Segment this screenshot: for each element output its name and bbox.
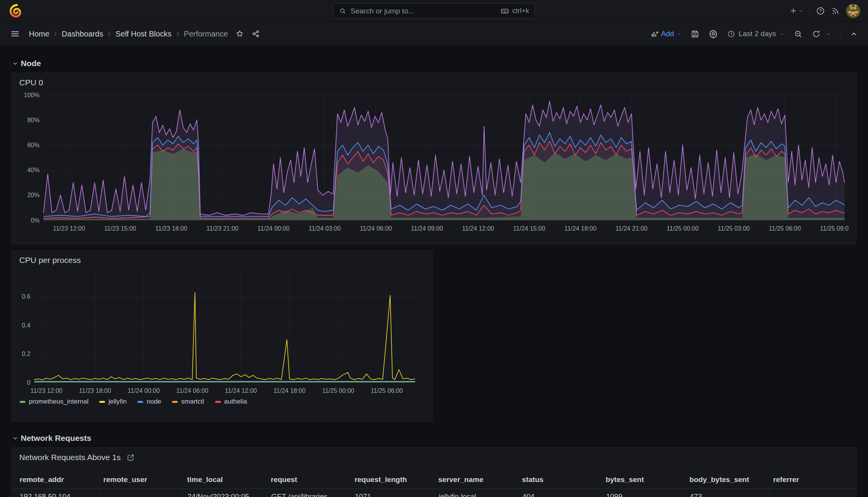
svg-text:11/23 15:00: 11/23 15:00 bbox=[104, 225, 136, 232]
svg-text:40%: 40% bbox=[27, 167, 40, 173]
add-panel-icon bbox=[651, 30, 659, 38]
svg-text:11/24 00:00: 11/24 00:00 bbox=[257, 225, 289, 232]
table-cell: jellyfin.local bbox=[434, 489, 518, 497]
table-cell: 24/Nov/2023:00:05 bbox=[183, 489, 267, 497]
svg-text:80%: 80% bbox=[27, 117, 40, 123]
column-header[interactable]: remote_addr bbox=[15, 472, 99, 489]
chevron-down-icon bbox=[798, 8, 803, 13]
legend-item[interactable]: smartctl bbox=[172, 398, 204, 406]
panel-network-requests-table: Network Requests Above 1s remote_addr re… bbox=[12, 447, 856, 497]
grafana-logo[interactable] bbox=[8, 3, 23, 18]
table-cell: 404 bbox=[518, 489, 602, 497]
dashboard-settings-gear-icon[interactable] bbox=[709, 29, 718, 38]
user-avatar[interactable] bbox=[846, 4, 860, 18]
svg-text:11/23 18:00: 11/23 18:00 bbox=[79, 387, 111, 394]
table-cell: 192.168.50.104 bbox=[15, 489, 99, 497]
table-cell: 1099 bbox=[601, 489, 685, 497]
refresh-icon[interactable] bbox=[812, 30, 821, 38]
section-network-requests[interactable]: Network Requests bbox=[12, 434, 856, 443]
panel-cpu-per-process: CPU per process 11/23 12:0011/23 18:0011… bbox=[12, 250, 432, 422]
chevron-down-icon bbox=[12, 435, 18, 441]
external-link-icon[interactable] bbox=[127, 454, 135, 462]
cpu0-chart[interactable]: 11/23 12:0011/23 15:0011/23 18:0011/23 2… bbox=[15, 90, 855, 235]
svg-text:11/25 00:00: 11/25 00:00 bbox=[667, 225, 699, 232]
star-icon[interactable] bbox=[235, 30, 244, 38]
column-header[interactable]: bytes_sent bbox=[601, 472, 685, 489]
column-header[interactable]: referrer bbox=[769, 472, 853, 489]
svg-text:11/25 09:00: 11/25 09:00 bbox=[820, 225, 848, 232]
svg-text:11/24 18:00: 11/24 18:00 bbox=[274, 387, 305, 394]
column-header[interactable]: request bbox=[267, 472, 351, 489]
divider bbox=[810, 6, 810, 16]
svg-text:11/23 12:00: 11/23 12:00 bbox=[53, 225, 85, 232]
cpu-per-process-chart[interactable]: 11/23 12:0011/23 18:0011/24 00:0011/24 0… bbox=[15, 267, 431, 396]
chevron-right-icon bbox=[175, 31, 180, 37]
help-icon[interactable]: ? bbox=[816, 7, 825, 15]
table-cell: 473 bbox=[685, 489, 769, 497]
svg-text:0.4: 0.4 bbox=[22, 322, 30, 329]
section-node[interactable]: Node bbox=[12, 59, 856, 68]
breadcrumb-self-host-blocks[interactable]: Self Host Blocks bbox=[115, 30, 172, 38]
share-icon[interactable] bbox=[252, 30, 260, 38]
search-icon bbox=[339, 7, 346, 15]
legend-item[interactable]: node bbox=[137, 398, 161, 406]
keyboard-icon bbox=[501, 7, 509, 15]
svg-text:11/24 12:00: 11/24 12:00 bbox=[462, 225, 494, 232]
column-header[interactable]: server_name bbox=[434, 472, 518, 489]
breadcrumb-dashboards[interactable]: Dashboards bbox=[62, 30, 103, 38]
svg-text:11/24 15:00: 11/24 15:00 bbox=[513, 225, 545, 232]
svg-text:11/24 09:00: 11/24 09:00 bbox=[411, 225, 443, 232]
chevron-right-icon bbox=[107, 31, 112, 37]
panel-title[interactable]: Network Requests Above 1s bbox=[19, 453, 121, 462]
svg-text:11/24 06:00: 11/24 06:00 bbox=[360, 225, 392, 232]
column-header[interactable]: status bbox=[518, 472, 602, 489]
panel-title[interactable]: CPU 0 bbox=[12, 73, 856, 87]
chevron-down-icon bbox=[780, 32, 785, 37]
svg-text:11/24 18:00: 11/24 18:00 bbox=[564, 225, 596, 232]
svg-text:0: 0 bbox=[27, 379, 30, 386]
collapse-toolbar-icon[interactable] bbox=[850, 30, 858, 38]
svg-text:11/23 12:00: 11/23 12:00 bbox=[30, 387, 62, 394]
column-header[interactable]: remote_user bbox=[99, 472, 183, 489]
panel-cpu0: CPU 0 11/23 12:0011/23 15:0011/23 18:001… bbox=[12, 73, 856, 244]
legend-item[interactable]: jellyfin bbox=[99, 398, 127, 406]
menu-icon[interactable] bbox=[10, 29, 20, 38]
chevron-down-icon bbox=[676, 32, 681, 37]
svg-text:0.2: 0.2 bbox=[22, 351, 30, 357]
dashboard-toolbar: Home Dashboards Self Host Blocks Perform… bbox=[0, 22, 868, 46]
svg-text:0.6: 0.6 bbox=[22, 293, 30, 300]
table-cell bbox=[99, 489, 183, 497]
table-header-row: remote_addr remote_user time_local reque… bbox=[12, 472, 856, 489]
refresh-interval-chevron-icon[interactable] bbox=[826, 32, 831, 37]
svg-text:100%: 100% bbox=[24, 92, 40, 98]
legend-item[interactable]: prometheus_internal bbox=[20, 398, 88, 406]
column-header[interactable]: body_bytes_sent bbox=[685, 472, 769, 489]
svg-text:11/25 03:00: 11/25 03:00 bbox=[718, 225, 749, 232]
chevron-right-icon bbox=[53, 31, 58, 37]
time-range-picker[interactable]: Last 2 days bbox=[727, 30, 785, 38]
table-cell bbox=[769, 489, 853, 497]
svg-text:20%: 20% bbox=[27, 192, 40, 198]
zoom-out-icon[interactable] bbox=[794, 30, 803, 38]
chevron-down-icon bbox=[12, 61, 18, 66]
table-row: 192.168.50.104 24/Nov/2023:00:05 GET /ap… bbox=[12, 489, 856, 497]
breadcrumb-home[interactable]: Home bbox=[29, 30, 49, 38]
search-box[interactable]: Search or jump to... ctrl+k bbox=[333, 3, 535, 18]
section-title: Node bbox=[21, 59, 41, 68]
add-panel-button[interactable]: Add bbox=[651, 30, 681, 38]
legend-item[interactable]: authelia bbox=[215, 398, 247, 406]
new-button[interactable] bbox=[790, 7, 803, 15]
news-rss-icon[interactable] bbox=[831, 7, 840, 15]
column-header[interactable]: request_length bbox=[350, 472, 434, 489]
panel-title[interactable]: CPU per process bbox=[12, 251, 432, 265]
table-cell: 1071 bbox=[350, 489, 434, 497]
column-header[interactable]: time_local bbox=[183, 472, 267, 489]
top-navigation-bar: Search or jump to... ctrl+k ? bbox=[0, 0, 868, 22]
svg-text:11/24 03:00: 11/24 03:00 bbox=[309, 225, 341, 232]
svg-text:11/24 00:00: 11/24 00:00 bbox=[128, 387, 160, 394]
svg-text:?: ? bbox=[819, 8, 822, 13]
svg-text:11/24 21:00: 11/24 21:00 bbox=[616, 225, 648, 232]
save-dashboard-icon[interactable] bbox=[691, 30, 699, 38]
breadcrumb-performance: Performance bbox=[184, 30, 228, 38]
svg-text:11/24 12:00: 11/24 12:00 bbox=[225, 387, 257, 394]
